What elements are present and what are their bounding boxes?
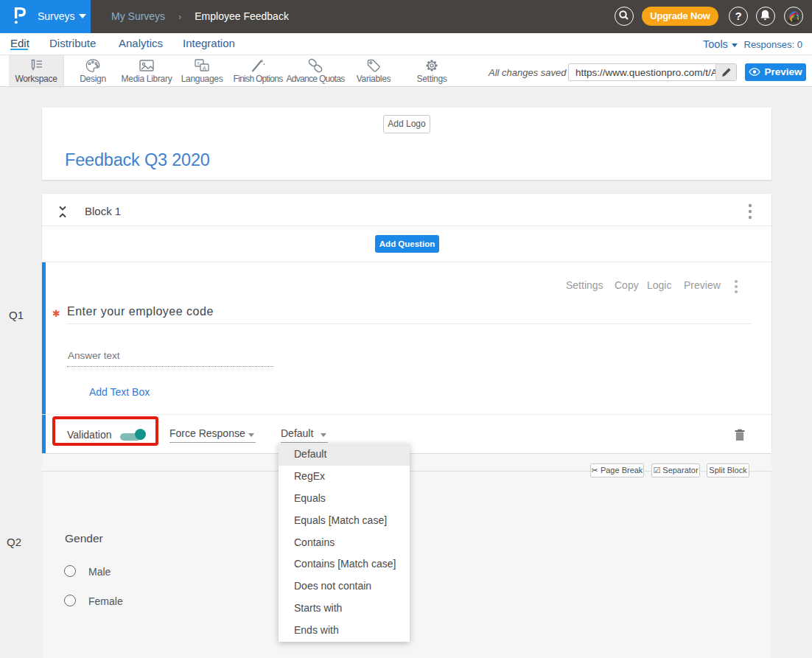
svg-text:x: x [197, 60, 200, 66]
svg-text:A: A [203, 66, 206, 71]
